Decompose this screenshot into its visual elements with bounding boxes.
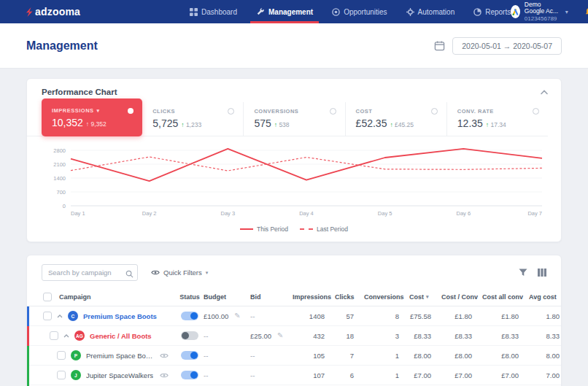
metric-tile-cost[interactable]: COST £52.35↑ £45.25 — [345, 102, 446, 136]
budget-value: -- — [204, 371, 208, 379]
campaign-link[interactable]: Premium Space Boots — [86, 352, 155, 360]
svg-text:2100: 2100 — [53, 161, 66, 168]
row-accent-bar — [27, 306, 29, 326]
column-header-avg-cost[interactable]: Avg cost — [529, 293, 561, 301]
metric-value: 12.35 — [457, 117, 483, 129]
campaign-link[interactable]: Premium Space Boots — [83, 312, 157, 320]
calendar-icon[interactable] — [434, 40, 445, 51]
metric-tile-conversions[interactable]: CONVERSIONS 575↑ 538 — [243, 102, 344, 136]
column-header-budget[interactable]: Budget — [204, 293, 250, 301]
column-header-clicks[interactable]: Clicks — [335, 293, 364, 301]
row-checkbox[interactable] — [57, 351, 66, 360]
quick-filters-button[interactable]: Quick Filters ▾ — [151, 269, 208, 277]
campaign-table-card: Quick Filters ▾ Campaign Status Budget B… — [26, 255, 562, 386]
clicks-value: 7 — [350, 352, 354, 360]
metric-tiles: IMPRESSIONS▾ 10,352↑ 9,352 CLICKS 5,725↑… — [27, 102, 548, 136]
date-range-picker[interactable]: 2020-05-01 → 2020-05-07 — [452, 37, 562, 55]
status-toggle[interactable] — [181, 331, 198, 340]
metric-delta: 538 — [279, 121, 289, 128]
collapse-icon[interactable] — [63, 334, 69, 338]
filter-funnel-icon[interactable] — [519, 269, 527, 277]
metric-radio-selected[interactable] — [128, 108, 134, 114]
metric-tile-conv-rate[interactable]: CONV. RATE 12.35↑ 17.34 — [446, 102, 548, 136]
nav-label: Opportunities — [344, 8, 387, 16]
conversions-value: 3 — [395, 332, 399, 340]
google-ads-avatar — [511, 5, 520, 18]
metric-value: 575 — [254, 117, 271, 129]
edit-pencil-icon[interactable]: ✎ — [234, 312, 240, 320]
metric-radio[interactable] — [330, 108, 336, 115]
search-input[interactable] — [42, 264, 138, 281]
conversions-value: 1 — [395, 371, 399, 379]
collapse-icon[interactable] — [57, 314, 63, 318]
chevron-up-icon[interactable] — [541, 90, 548, 95]
conversions-value: 8 — [395, 312, 399, 320]
nav-item-management[interactable]: Management — [256, 0, 313, 23]
row-checkbox[interactable] — [57, 371, 66, 379]
column-header-status[interactable]: Status — [176, 293, 204, 301]
bid-value: -- — [250, 371, 255, 379]
account-menu[interactable]: Demo Google Ac... 0123456789 ▾ — [511, 1, 568, 23]
clicks-value: 57 — [346, 312, 354, 320]
eye-icon[interactable] — [160, 352, 169, 359]
wrench-icon — [256, 7, 265, 16]
column-header-impressions[interactable]: Impressions — [293, 293, 335, 301]
chevron-down-icon: ▾ — [206, 270, 209, 276]
columns-icon[interactable] — [538, 269, 546, 277]
up-arrow-icon: ↑ — [486, 121, 489, 128]
up-arrow-icon: ↑ — [86, 120, 89, 128]
performance-line-chart: 0700140021002800Day 1Day 2Day 3Day 4Day … — [42, 144, 548, 218]
cost-all-conv-value: £7.00 — [501, 371, 519, 379]
quick-filters-label: Quick Filters — [163, 269, 202, 277]
edit-pencil-icon[interactable]: ✎ — [277, 332, 283, 339]
row-checkbox[interactable] — [43, 312, 52, 320]
nav-item-reports[interactable]: Reports — [473, 0, 511, 23]
notifications-bell-icon[interactable] — [584, 7, 588, 17]
svg-text:Day 4: Day 4 — [299, 210, 314, 217]
metric-value: 5,725 — [152, 117, 178, 129]
campaign-link[interactable]: Jupiter SpaceWalkers — [86, 371, 153, 379]
chevron-down-icon: ▾ — [565, 9, 568, 15]
metric-radio[interactable] — [431, 108, 438, 115]
svg-text:700: 700 — [56, 189, 66, 196]
nav-item-opportunities[interactable]: Opportunities — [332, 0, 387, 23]
cost-value: £75.58 — [410, 312, 431, 320]
nav-items: Dashboard Management Opportunities Autom… — [190, 0, 511, 23]
svg-text:Day 2: Day 2 — [142, 210, 157, 217]
metric-tile-impressions[interactable]: IMPRESSIONS▾ 10,352↑ 9,352 — [42, 99, 142, 136]
search-box — [42, 264, 138, 281]
column-header-conversions[interactable]: Conversions — [364, 293, 409, 301]
keyword-type-icon: J — [71, 370, 81, 380]
metric-label: COST — [356, 108, 373, 115]
row-checkbox[interactable] — [50, 331, 58, 340]
status-toggle[interactable] — [181, 312, 198, 320]
table-row: C Premium Space Boots £100.00✎ -- 1408 5… — [27, 306, 561, 326]
column-header-bid[interactable]: Bid — [250, 293, 293, 301]
metric-tile-clicks[interactable]: CLICKS 5,725↑ 1,233 — [142, 102, 243, 136]
up-arrow-icon: ↑ — [390, 121, 392, 128]
column-header-cost-all-conv[interactable]: Cost all conv — [482, 293, 529, 301]
eye-icon — [151, 269, 160, 276]
metric-radio[interactable] — [533, 108, 539, 115]
eye-icon[interactable] — [160, 372, 169, 379]
column-header-campaign[interactable]: Campaign — [59, 293, 91, 301]
metric-label: CONV. RATE — [457, 108, 494, 115]
cost-conv-value: £8.33 — [454, 332, 472, 340]
metric-delta: 9,352 — [90, 120, 106, 128]
select-all-checkbox[interactable] — [43, 293, 52, 301]
impressions-value: 432 — [313, 332, 325, 340]
column-header-cost-conv[interactable]: Cost / Conv — [441, 293, 482, 301]
status-toggle[interactable] — [181, 351, 198, 360]
metric-radio[interactable] — [228, 108, 234, 115]
cost-value: £8.00 — [414, 352, 431, 360]
up-arrow-icon: ↑ — [274, 121, 277, 128]
column-header-cost[interactable]: Cost▾ — [409, 293, 441, 301]
cost-all-conv-value: £8.33 — [501, 332, 519, 340]
campaign-link[interactable]: Generic / All Boots — [90, 332, 152, 340]
metric-value: £52.35 — [356, 117, 387, 129]
chevron-down-icon: ▾ — [97, 108, 100, 114]
adzooma-logo[interactable]: adzooma — [25, 6, 80, 18]
nav-item-dashboard[interactable]: Dashboard — [190, 0, 237, 23]
nav-item-automation[interactable]: Automation — [406, 0, 455, 23]
status-toggle[interactable] — [181, 371, 198, 379]
